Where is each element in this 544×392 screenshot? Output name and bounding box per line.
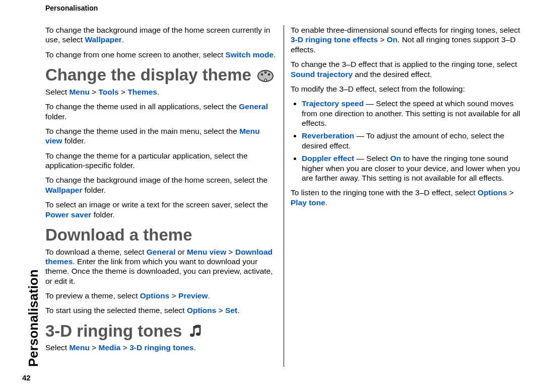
heading-3d-tones: 3-D ringing tones [45, 323, 277, 340]
s3-p3: To change the 3–D effect that is applied… [291, 59, 522, 79]
svg-point-1 [261, 73, 263, 76]
page-number: 42 [22, 373, 31, 382]
intro-p2: To change from one home screen to anothe… [45, 50, 277, 59]
s2-p1: To download a theme, select General or M… [45, 247, 277, 286]
s1-p1: Select Menu > Tools > Themes. [45, 87, 277, 97]
s1-p3: To change the theme used in the main men… [45, 126, 277, 146]
running-header: Personalisation [45, 4, 98, 12]
intro-p1: To change the background image of the ho… [45, 25, 277, 45]
s1-p4: To change the theme for a particular app… [45, 151, 277, 171]
svg-point-3 [268, 73, 270, 76]
s1-p5: To change the background image of the ho… [45, 175, 277, 195]
s1-p6: To select an image or write a text for t… [45, 200, 277, 219]
link-wallpaper: Wallpaper [85, 35, 122, 44]
list-item: Reverberation — To adjust the amount of … [302, 131, 522, 150]
s3-list: Trajectory speed — Select the speed at w… [291, 99, 522, 183]
s2-p3: To start using the selected theme, selec… [45, 305, 277, 315]
heading-change-theme: Change the display theme [45, 66, 277, 84]
section-tab: Personalisation [26, 25, 40, 367]
music-notes-icon [187, 324, 205, 339]
heading-download-theme: Download a theme [45, 226, 277, 244]
s2-p2: To preview a theme, select Options > Pre… [45, 291, 277, 300]
s3-p2: To enable three-dimensional sound effect… [291, 25, 522, 54]
body-columns: To change the background image of the ho… [45, 25, 522, 367]
s3-p5: To listen to the ringing tone with the 3… [291, 188, 522, 207]
svg-point-2 [264, 71, 267, 74]
list-item: Trajectory speed — Select the speed at w… [302, 99, 522, 128]
palette-icon [256, 67, 275, 83]
svg-point-5 [196, 333, 200, 336]
list-item: Doppler effect — Select On to have the r… [302, 153, 522, 183]
s3-p1: Select Menu > Media > 3-D ringing tones. [45, 343, 277, 352]
svg-point-4 [190, 334, 194, 337]
s3-p4: To modify the 3–D effect, select from th… [291, 84, 522, 94]
link-switch-mode: Switch mode [226, 50, 274, 59]
s1-p2: To change the theme used in all applicat… [45, 102, 277, 121]
